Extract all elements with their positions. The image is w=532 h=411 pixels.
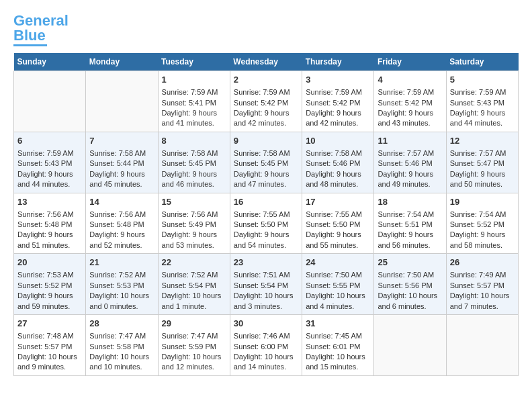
calendar-cell: 14Sunrise: 7:56 AMSunset: 5:48 PMDayligh…: [86, 193, 158, 254]
calendar-week-row: 27Sunrise: 7:48 AMSunset: 5:57 PMDayligh…: [14, 315, 519, 376]
weekday-header-tuesday: Tuesday: [158, 53, 230, 71]
day-info: Sunset: 5:57 PM: [17, 342, 82, 352]
calendar-week-row: 20Sunrise: 7:53 AMSunset: 5:52 PMDayligh…: [14, 254, 519, 315]
calendar-cell: 29Sunrise: 7:47 AMSunset: 5:59 PMDayligh…: [158, 315, 230, 376]
day-info: Sunrise: 7:57 AM: [378, 148, 442, 158]
weekday-header-row: SundayMondayTuesdayWednesdayThursdayFrid…: [14, 53, 519, 71]
day-info: Sunrise: 7:58 AM: [162, 148, 226, 158]
day-info: Daylight: 9 hours and 47 minutes.: [234, 169, 298, 190]
day-info: Sunrise: 7:59 AM: [234, 87, 298, 97]
day-info: Sunset: 5:45 PM: [234, 158, 298, 169]
day-info: Daylight: 9 hours and 44 minutes.: [17, 169, 82, 190]
day-info: Daylight: 9 hours and 51 minutes.: [17, 230, 82, 250]
day-info: Sunset: 5:46 PM: [306, 158, 370, 169]
day-info: Sunset: 5:52 PM: [450, 220, 515, 230]
day-info: Sunset: 5:43 PM: [450, 98, 515, 108]
day-info: Sunset: 5:53 PM: [89, 281, 154, 291]
day-info: Daylight: 9 hours and 55 minutes.: [306, 230, 370, 250]
day-info: Sunset: 5:55 PM: [306, 281, 370, 291]
day-info: Sunrise: 7:52 AM: [89, 270, 154, 280]
calendar-cell: 18Sunrise: 7:54 AMSunset: 5:51 PMDayligh…: [374, 193, 446, 254]
day-number: 20: [17, 257, 82, 269]
day-info: Daylight: 9 hours and 54 minutes.: [234, 230, 298, 250]
day-info: Sunset: 5:41 PM: [162, 98, 226, 108]
day-number: 8: [162, 135, 226, 147]
day-info: Sunrise: 7:51 AM: [234, 270, 298, 280]
day-info: Sunset: 5:47 PM: [450, 158, 515, 169]
calendar-cell: 23Sunrise: 7:51 AMSunset: 5:54 PMDayligh…: [230, 254, 302, 315]
day-info: Daylight: 10 hours and 6 minutes.: [378, 291, 442, 312]
calendar-week-row: 13Sunrise: 7:56 AMSunset: 5:48 PMDayligh…: [14, 193, 519, 254]
day-info: Sunset: 5:42 PM: [378, 98, 442, 108]
day-info: Sunset: 5:51 PM: [378, 220, 442, 230]
day-info: Sunset: 5:42 PM: [234, 98, 298, 108]
day-info: Sunset: 5:48 PM: [89, 220, 154, 230]
day-number: 26: [450, 257, 515, 269]
day-info: Daylight: 9 hours and 49 minutes.: [378, 169, 442, 190]
day-info: Sunrise: 7:57 AM: [450, 148, 515, 158]
day-info: Daylight: 10 hours and 1 minute.: [162, 291, 226, 312]
day-info: Sunrise: 7:50 AM: [378, 270, 442, 280]
day-number: 16: [234, 196, 298, 208]
day-number: 4: [378, 74, 442, 86]
day-info: Sunrise: 7:53 AM: [17, 270, 82, 280]
day-number: 15: [162, 196, 226, 208]
day-number: 31: [306, 318, 370, 330]
calendar-cell: 28Sunrise: 7:47 AMSunset: 5:58 PMDayligh…: [86, 315, 158, 376]
day-info: Daylight: 10 hours and 7 minutes.: [450, 291, 515, 312]
day-number: 1: [162, 74, 226, 86]
day-info: Sunset: 6:00 PM: [234, 342, 298, 352]
day-info: Daylight: 9 hours and 44 minutes.: [450, 108, 515, 129]
day-info: Daylight: 10 hours and 14 minutes.: [234, 352, 298, 373]
calendar-cell: [86, 71, 158, 132]
calendar-cell: 11Sunrise: 7:57 AMSunset: 5:46 PMDayligh…: [374, 132, 446, 193]
day-info: Daylight: 10 hours and 0 minutes.: [89, 291, 154, 312]
day-info: Sunset: 5:56 PM: [378, 281, 442, 291]
day-info: Sunrise: 7:49 AM: [450, 270, 515, 280]
day-number: 28: [89, 318, 154, 330]
day-info: Sunrise: 7:47 AM: [162, 331, 226, 341]
day-info: Daylight: 9 hours and 45 minutes.: [89, 169, 154, 190]
day-info: Sunset: 5:48 PM: [17, 220, 82, 230]
day-info: Sunset: 5:49 PM: [162, 220, 226, 230]
day-info: Sunrise: 7:56 AM: [162, 210, 226, 220]
calendar-cell: 3Sunrise: 7:59 AMSunset: 5:42 PMDaylight…: [302, 71, 374, 132]
weekday-header-thursday: Thursday: [302, 53, 374, 71]
day-info: Sunset: 5:46 PM: [378, 158, 442, 169]
day-number: 6: [17, 135, 82, 147]
day-info: Daylight: 10 hours and 12 minutes.: [162, 352, 226, 373]
calendar-cell: 8Sunrise: 7:58 AMSunset: 5:45 PMDaylight…: [158, 132, 230, 193]
weekday-header-saturday: Saturday: [446, 53, 518, 71]
day-number: 21: [89, 257, 154, 269]
calendar-cell: 27Sunrise: 7:48 AMSunset: 5:57 PMDayligh…: [14, 315, 86, 376]
day-info: Sunset: 5:43 PM: [17, 158, 82, 169]
day-info: Sunrise: 7:54 AM: [378, 210, 442, 220]
day-number: 30: [234, 318, 298, 330]
day-info: Sunset: 5:50 PM: [306, 220, 370, 230]
weekday-header-sunday: Sunday: [14, 53, 86, 71]
day-info: Sunset: 5:58 PM: [89, 342, 154, 352]
day-number: 12: [450, 135, 515, 147]
day-number: 7: [89, 135, 154, 147]
day-info: Sunset: 5:50 PM: [234, 220, 298, 230]
day-number: 17: [306, 196, 370, 208]
calendar-cell: 31Sunrise: 7:45 AMSunset: 6:01 PMDayligh…: [302, 315, 374, 376]
calendar-cell: [374, 315, 446, 376]
calendar-week-row: 6Sunrise: 7:59 AMSunset: 5:43 PMDaylight…: [14, 132, 519, 193]
day-info: Sunrise: 7:48 AM: [17, 331, 82, 341]
calendar-week-row: 1Sunrise: 7:59 AMSunset: 5:41 PMDaylight…: [14, 71, 519, 132]
day-number: 2: [234, 74, 298, 86]
day-info: Daylight: 9 hours and 48 minutes.: [306, 169, 370, 190]
calendar-cell: 7Sunrise: 7:58 AMSunset: 5:44 PMDaylight…: [86, 132, 158, 193]
day-info: Sunrise: 7:59 AM: [162, 87, 226, 97]
day-info: Sunset: 5:59 PM: [162, 342, 226, 352]
day-info: Sunset: 5:42 PM: [306, 98, 370, 108]
day-info: Sunrise: 7:59 AM: [378, 87, 442, 97]
day-number: 24: [306, 257, 370, 269]
day-info: Sunrise: 7:56 AM: [89, 210, 154, 220]
calendar-cell: 30Sunrise: 7:46 AMSunset: 6:00 PMDayligh…: [230, 315, 302, 376]
day-info: Daylight: 10 hours and 15 minutes.: [306, 352, 370, 373]
day-info: Daylight: 9 hours and 52 minutes.: [89, 230, 154, 250]
day-info: Daylight: 9 hours and 59 minutes.: [17, 291, 82, 312]
day-info: Sunrise: 7:52 AM: [162, 270, 226, 280]
